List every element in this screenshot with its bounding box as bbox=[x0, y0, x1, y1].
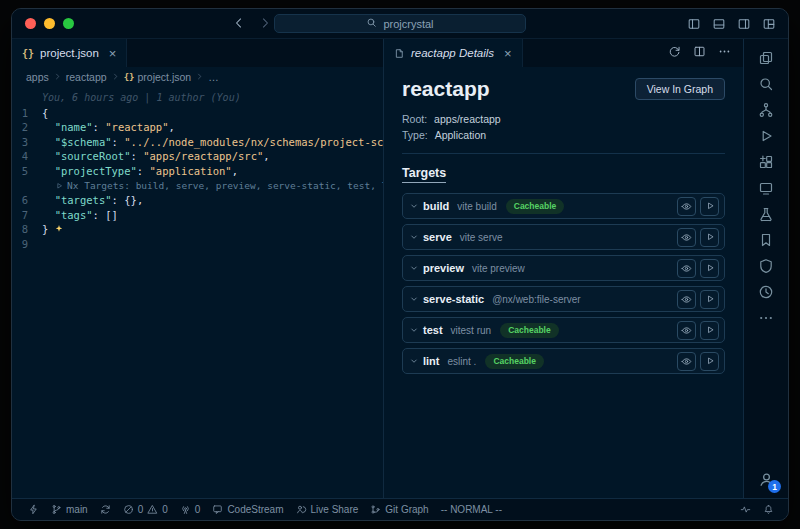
target-command: @nx/web:file-server bbox=[492, 294, 581, 305]
breadcrumb-item[interactable]: apps bbox=[26, 71, 49, 83]
line-number: 1 bbox=[12, 106, 42, 121]
status-notifications[interactable] bbox=[757, 504, 780, 515]
chevright-icon bbox=[111, 72, 120, 81]
account-icon[interactable] bbox=[744, 466, 788, 492]
minimize-window-button[interactable] bbox=[44, 18, 55, 29]
target-row-serve-static[interactable]: serve-static@nx/web:file-server bbox=[402, 286, 725, 312]
view-target-details-button[interactable] bbox=[677, 352, 696, 371]
code-editor[interactable]: You, 6 hours ago | 1 author (You)1{2 "na… bbox=[12, 86, 383, 498]
beaker-icon bbox=[758, 206, 774, 222]
code-text: "$schema": "../../node_modules/nx/schema… bbox=[42, 135, 383, 150]
extensions-icon bbox=[758, 154, 774, 170]
tab-label: reactapp Details bbox=[411, 47, 494, 59]
status-problems[interactable]: 00 bbox=[117, 499, 174, 520]
code-text: } bbox=[42, 222, 64, 237]
tab-project-json[interactable]: {} project.json × bbox=[12, 39, 127, 67]
activity-bar: 1 bbox=[743, 39, 788, 498]
target-command: vite build bbox=[457, 201, 496, 212]
pulse-icon bbox=[740, 504, 751, 515]
activity-extensions-button[interactable] bbox=[744, 149, 788, 175]
shield-icon bbox=[758, 258, 774, 274]
navigate-forward-button[interactable] bbox=[258, 16, 272, 34]
activity-beaker-button[interactable] bbox=[744, 201, 788, 227]
project-type: Type:Application bbox=[402, 127, 725, 143]
toggle-panel-icon[interactable] bbox=[712, 17, 726, 35]
run-target-button[interactable] bbox=[700, 228, 719, 247]
close-window-button[interactable] bbox=[25, 18, 36, 29]
tab-reactapp-details[interactable]: reactapp Details × bbox=[384, 39, 523, 67]
status-git-graph[interactable]: Git Graph bbox=[364, 499, 434, 520]
cacheable-badge: Cacheable bbox=[485, 354, 544, 369]
titlebar: projcrystal bbox=[12, 9, 788, 39]
view-target-details-button[interactable] bbox=[677, 228, 696, 247]
tabstrip-right: reactapp Details × bbox=[384, 39, 743, 67]
status-live-share[interactable]: Live Share bbox=[290, 499, 365, 520]
refresh-icon[interactable] bbox=[668, 44, 681, 62]
view-target-details-button[interactable] bbox=[677, 290, 696, 309]
view-target-details-button[interactable] bbox=[677, 321, 696, 340]
status-remote[interactable] bbox=[22, 499, 45, 520]
activity-shield-button[interactable] bbox=[744, 253, 788, 279]
status-vim-mode[interactable]: -- NORMAL -- bbox=[435, 499, 508, 520]
view-target-details-button[interactable] bbox=[677, 197, 696, 216]
targets-list: buildvite buildCacheableservevite servep… bbox=[402, 193, 725, 374]
target-row-preview[interactable]: previewvite preview bbox=[402, 255, 725, 281]
view-in-graph-button[interactable]: View In Graph bbox=[635, 78, 725, 100]
command-center-search[interactable]: projcrystal bbox=[274, 14, 526, 33]
run-target-button[interactable] bbox=[700, 290, 719, 309]
zoom-window-button[interactable] bbox=[63, 18, 74, 29]
navigate-back-button[interactable] bbox=[232, 16, 246, 34]
breadcrumb-item[interactable]: reactapp bbox=[66, 71, 107, 83]
code-line: 3 "$schema": "../../node_modules/nx/sche… bbox=[12, 135, 383, 150]
webview-icon bbox=[394, 48, 405, 59]
run-target-button[interactable] bbox=[700, 197, 719, 216]
target-row-serve[interactable]: servevite serve bbox=[402, 224, 725, 250]
breadcrumb-item[interactable]: {}project.json bbox=[124, 71, 192, 83]
tab-label: project.json bbox=[40, 47, 99, 59]
target-row-build[interactable]: buildvite buildCacheable bbox=[402, 193, 725, 219]
eye-icon bbox=[681, 356, 692, 367]
toggle-sidebar-left-icon[interactable] bbox=[687, 17, 701, 35]
activity-remote-button[interactable] bbox=[744, 175, 788, 201]
activity-more-button[interactable] bbox=[744, 305, 788, 331]
project-title: reactapp bbox=[402, 77, 490, 101]
code-line: You, 6 hours ago | 1 author (You) bbox=[12, 91, 383, 106]
activity-debug-button[interactable] bbox=[744, 123, 788, 149]
view-target-details-button[interactable] bbox=[677, 259, 696, 278]
status-codestream[interactable]: CodeStream bbox=[206, 499, 289, 520]
play-icon bbox=[705, 294, 715, 304]
target-row-lint[interactable]: linteslint .Cacheable bbox=[402, 348, 725, 374]
breadcrumb-item[interactable]: … bbox=[208, 71, 219, 83]
copilot-sparkle-icon[interactable] bbox=[54, 224, 64, 234]
play-icon bbox=[705, 325, 715, 335]
line-number bbox=[12, 91, 42, 106]
toggle-sidebar-right-icon[interactable] bbox=[737, 17, 751, 35]
code-text: "name": "reactapp", bbox=[42, 120, 175, 135]
status-sync[interactable] bbox=[94, 499, 117, 520]
run-target-button[interactable] bbox=[700, 259, 719, 278]
nx-targets-codelens[interactable]: Nx Targets: build, serve, preview, serve… bbox=[42, 179, 383, 194]
split-editor-icon[interactable] bbox=[693, 44, 706, 62]
run-target-button[interactable] bbox=[700, 352, 719, 371]
target-row-test[interactable]: testvitest runCacheable bbox=[402, 317, 725, 343]
zap-icon bbox=[28, 504, 39, 515]
status-broadcast[interactable]: 0 bbox=[174, 499, 207, 520]
activity-files-button[interactable] bbox=[744, 45, 788, 71]
line-number: 8 bbox=[12, 222, 42, 237]
activity-bookmark-button[interactable] bbox=[744, 227, 788, 253]
activity-history-button[interactable] bbox=[744, 279, 788, 305]
activity-fork-button[interactable] bbox=[744, 97, 788, 123]
run-target-button[interactable] bbox=[700, 321, 719, 340]
customize-layout-icon[interactable] bbox=[762, 17, 776, 35]
status-pulse[interactable] bbox=[734, 504, 757, 515]
chevright-icon bbox=[53, 72, 62, 81]
status-git-branch[interactable]: main bbox=[45, 499, 94, 520]
close-tab-icon[interactable]: × bbox=[109, 47, 117, 60]
target-name: build bbox=[423, 200, 449, 212]
more-actions-icon[interactable] bbox=[718, 44, 731, 62]
play-icon bbox=[705, 356, 715, 366]
close-tab-icon[interactable]: × bbox=[504, 47, 512, 60]
activity-search-button[interactable] bbox=[744, 71, 788, 97]
play-icon bbox=[705, 232, 715, 242]
window-controls bbox=[25, 18, 74, 29]
